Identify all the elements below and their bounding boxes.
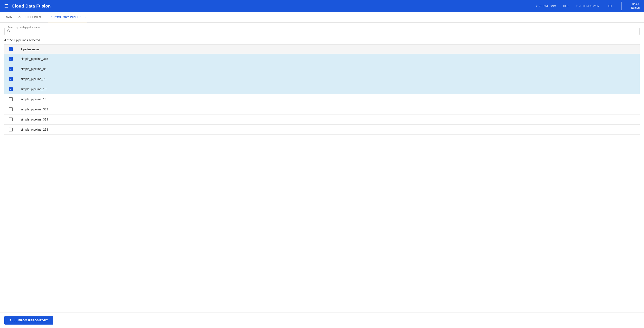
- table-row: ✓simple_pipeline_86: [4, 64, 640, 74]
- row-checkbox[interactable]: [9, 97, 13, 101]
- nav-system-admin[interactable]: SYSTEM ADMIN: [576, 4, 600, 8]
- pipeline-name-cell: simple_pipeline_333: [17, 104, 640, 115]
- row-checkbox-cell[interactable]: ✓: [4, 74, 17, 84]
- table-row: simple_pipeline_333: [4, 104, 640, 115]
- row-checkbox-cell[interactable]: ✓: [4, 54, 17, 64]
- row-checkbox[interactable]: ✓: [9, 67, 13, 71]
- table-row: simple_pipeline_339: [4, 115, 640, 125]
- row-checkbox-cell[interactable]: [4, 115, 17, 125]
- menu-icon[interactable]: ☰: [4, 4, 8, 8]
- table-row: simple_pipeline_293: [4, 125, 640, 135]
- select-all-checkbox[interactable]: [9, 47, 13, 51]
- row-checkbox[interactable]: ✓: [9, 57, 13, 61]
- main-content: Search by batch pipeline name 4 of 502 p…: [0, 22, 644, 140]
- table-row: ✓simple_pipeline_315: [4, 54, 640, 64]
- edition-badge: Basic Edition: [631, 2, 640, 10]
- svg-line-1: [10, 31, 10, 32]
- pipeline-name-cell: simple_pipeline_315: [17, 54, 640, 64]
- pipeline-name-cell: simple_pipeline_76: [17, 74, 640, 84]
- tab-repository-pipelines[interactable]: REPOSITORY PIPELINES: [48, 12, 87, 22]
- search-input-row: [4, 28, 640, 35]
- footer-bar: PULL FROM REPOSITORY: [0, 313, 644, 328]
- row-checkbox[interactable]: ✓: [9, 77, 13, 81]
- nav-hub[interactable]: HUB: [563, 4, 570, 8]
- row-checkbox-cell[interactable]: ✓: [4, 84, 17, 94]
- pull-from-repository-button[interactable]: PULL FROM REPOSITORY: [4, 316, 53, 325]
- search-icon: [7, 29, 10, 33]
- pipeline-name-cell: simple_pipeline_86: [17, 64, 640, 74]
- row-checkbox-cell[interactable]: [4, 104, 17, 115]
- selected-count: 4 of 502 pipelines selected: [4, 38, 640, 42]
- pipeline-table: Pipeline name ✓simple_pipeline_315✓simpl…: [4, 44, 640, 135]
- nav-operations[interactable]: OPERATIONS: [536, 4, 556, 8]
- pipeline-name-cell: simple_pipeline_18: [17, 84, 640, 94]
- pipeline-name-cell: simple_pipeline_293: [17, 125, 640, 135]
- select-all-header[interactable]: [4, 45, 17, 54]
- tabs-bar: NAMESPACE PIPELINES REPOSITORY PIPELINES: [0, 12, 644, 22]
- pipeline-name-cell: simple_pipeline_339: [17, 115, 640, 125]
- gear-icon[interactable]: ⚙: [608, 3, 612, 8]
- search-wrapper: Search by batch pipeline name: [4, 28, 640, 35]
- table-row: ✓simple_pipeline_18: [4, 84, 640, 94]
- row-checkbox[interactable]: ✓: [9, 87, 13, 91]
- table-row: simple_pipeline_13: [4, 94, 640, 104]
- row-checkbox[interactable]: [9, 118, 13, 121]
- tab-namespace-pipelines[interactable]: NAMESPACE PIPELINES: [4, 12, 43, 22]
- header-divider: [622, 2, 622, 10]
- search-input[interactable]: [12, 30, 637, 33]
- row-checkbox-cell[interactable]: ✓: [4, 64, 17, 74]
- row-checkbox[interactable]: [9, 107, 13, 111]
- table-row: ✓simple_pipeline_76: [4, 74, 640, 84]
- app-logo: Cloud Data Fusion: [12, 4, 536, 8]
- table-header-row: Pipeline name: [4, 45, 640, 54]
- search-label: Search by batch pipeline name: [7, 26, 41, 28]
- row-checkbox-cell[interactable]: [4, 125, 17, 135]
- pipeline-name-cell: simple_pipeline_13: [17, 94, 640, 104]
- app-header: ☰ Cloud Data Fusion OPERATIONS HUB SYSTE…: [0, 0, 644, 12]
- header-nav: OPERATIONS HUB SYSTEM ADMIN ⚙ Basic Edit…: [536, 2, 640, 10]
- pipeline-tbody: ✓simple_pipeline_315✓simple_pipeline_86✓…: [4, 54, 640, 135]
- row-checkbox-cell[interactable]: [4, 94, 17, 104]
- pipeline-name-header: Pipeline name: [17, 45, 640, 54]
- row-checkbox[interactable]: [9, 128, 13, 132]
